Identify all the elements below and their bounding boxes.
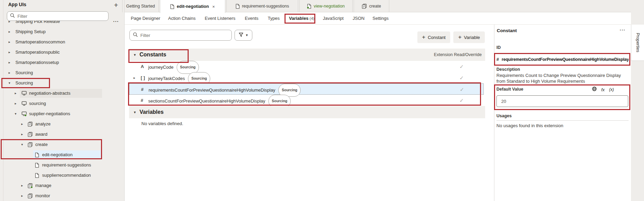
tab-action-chains[interactable]: Action Chains: [168, 12, 195, 25]
tree-item-supplier-negotiations[interactable]: ▾supplier-negotiations: [0, 109, 125, 119]
variables-filter-input[interactable]: [140, 33, 228, 38]
search-icon: [133, 32, 138, 39]
add-variable-button[interactable]: + Variable: [453, 31, 485, 43]
tree-item-Sourcing[interactable]: ▸Sourcing: [0, 68, 125, 78]
add-constant-button[interactable]: + Constant: [417, 31, 450, 43]
monitor-icon: [22, 91, 27, 97]
constant-name: journeyCodeSourcing: [148, 61, 199, 72]
chevron-right-icon[interactable]: ▸: [21, 180, 23, 191]
tree-item-negotiation-abstracts[interactable]: ▸negotiation-abstracts: [0, 88, 125, 98]
plus-icon: +: [422, 34, 426, 41]
monitor-icon: [22, 101, 27, 107]
tab-event-listeners[interactable]: Event Listeners: [205, 12, 236, 25]
chevron-right-icon[interactable]: ▸: [9, 68, 10, 78]
chevron-right-icon[interactable]: ▸: [15, 88, 16, 98]
constants-section-header[interactable]: ▾ Constants Extension Read/Override: [129, 49, 485, 61]
chevron-right-icon[interactable]: ▸: [9, 37, 10, 47]
tab-settings[interactable]: Settings: [372, 12, 389, 25]
add-app-ui-button[interactable]: +: [112, 1, 121, 10]
tab-javascript[interactable]: JavaScript: [323, 12, 344, 25]
tab-Getting Started[interactable]: Getting Started: [122, 0, 159, 12]
chevron-down-icon[interactable]: ▾: [21, 139, 23, 150]
tab-create[interactable]: create: [354, 0, 389, 12]
tree-item-label: manage: [35, 180, 51, 191]
tree-item-edit-negotiation[interactable]: edit-negotiation: [0, 150, 125, 160]
tree-item-Sourcing[interactable]: ▾Sourcing: [0, 78, 125, 88]
close-icon[interactable]: ×: [212, 4, 215, 9]
tab-label: create: [369, 4, 381, 9]
tree-item-analyze[interactable]: ▸analyze: [0, 119, 125, 129]
app-uis-title: App UIs: [8, 2, 26, 7]
tree-item-monitor[interactable]: ▸monitor: [0, 191, 125, 201]
tree-item-supplierrecommendation[interactable]: supplierrecommendation: [0, 170, 125, 180]
properties-menu-button[interactable]: ···: [620, 27, 626, 33]
fx-expression-icon[interactable]: fx: [601, 87, 605, 92]
constant-name: sectionsCountForPreviewQuestionnaireHigh…: [148, 95, 291, 106]
default-value-input[interactable]: [496, 95, 628, 107]
tree-item-award[interactable]: ▸award: [0, 129, 125, 139]
constant-row-requirementsCountForPreviewQuestionnaireHighVolumeDisplay[interactable]: #requirementsCountForPreviewQuestionnair…: [129, 83, 484, 95]
number-type-icon: #: [496, 57, 499, 62]
chevron-right-icon[interactable]: ▸: [134, 72, 135, 83]
tab-count: (4): [310, 16, 314, 21]
chevron-down-icon[interactable]: ▾: [9, 78, 10, 88]
tree-item-label: negotiation-abstracts: [29, 88, 71, 98]
tree-item-create[interactable]: ▾create: [0, 139, 125, 150]
tab-events[interactable]: Events: [245, 12, 258, 25]
tree-item-manage[interactable]: ▸manage: [0, 180, 125, 191]
variables-section-header[interactable]: ▾ Variables: [129, 106, 485, 118]
chevron-right-icon[interactable]: ▸: [21, 129, 23, 139]
editor-tab-bar: Page DesignerAction ChainsEvent Listener…: [125, 12, 644, 25]
tab-types[interactable]: Types: [268, 12, 280, 25]
constant-row-sectionsCountForPreviewQuestionnaireHighVolumeDisplay[interactable]: #sectionsCountForPreviewQuestionnaireHig…: [129, 95, 485, 106]
tab-requirement-suggestions[interactable]: requirement-suggestions: [226, 0, 298, 12]
tree-item-requirement-suggestions[interactable]: requirement-suggestions: [0, 160, 125, 170]
tree-item-label: edit-negotiation: [42, 150, 73, 160]
tab-variables[interactable]: Variables(4): [289, 12, 314, 25]
chevron-right-icon[interactable]: ▸: [9, 27, 10, 37]
tree-item-label: Smartoperationscommon: [15, 37, 65, 47]
status-green-dot: [24, 114, 27, 117]
chevron-right-icon[interactable]: ▸: [15, 98, 16, 109]
check-icon[interactable]: ✓: [459, 72, 464, 83]
tab-view-negotiation[interactable]: view-negotiation: [299, 0, 353, 12]
constant-row-journeyCode[interactable]: AjourneyCodeSourcing✓: [129, 61, 485, 72]
tree-item-Shipping Setup[interactable]: ▸Shipping Setup: [0, 27, 125, 37]
check-icon[interactable]: ✓: [459, 61, 464, 72]
sidebar-filter-input[interactable]: [17, 14, 105, 19]
tree-item-Smartoperationspublic[interactable]: ▸Smartoperationspublic: [0, 47, 125, 57]
tree-item-label: create: [35, 139, 48, 150]
constant-row-journeyTaskCodes[interactable]: ▸[ ]journeyTaskCodesSourcing✓: [129, 72, 485, 83]
tab-label: requirement-suggestions: [242, 4, 289, 9]
chevron-right-icon[interactable]: ▸: [21, 119, 23, 129]
chevron-right-icon[interactable]: ▸: [21, 191, 23, 201]
variables-filter[interactable]: [129, 30, 232, 41]
flow-icon: [362, 4, 367, 9]
default-value-label: Default Value: [496, 87, 523, 92]
tab-page-designer[interactable]: Page Designer: [131, 12, 160, 25]
filter-options-button[interactable]: ▼: [235, 30, 252, 41]
flow-icon: [28, 122, 33, 128]
plus-icon: +: [458, 34, 462, 41]
tree-item-Smartoperationssetup[interactable]: ▸Smartoperationssetup: [0, 57, 125, 68]
check-icon[interactable]: ✓: [460, 84, 464, 95]
globe-icon[interactable]: [592, 86, 597, 93]
tab-json[interactable]: JSON: [353, 12, 365, 25]
description-label: Description: [496, 67, 520, 72]
tree-item-sourcing[interactable]: ▸sourcing: [0, 98, 125, 109]
chevron-right-icon[interactable]: ▸: [9, 57, 10, 68]
tree-item-label: analyze: [35, 119, 51, 129]
sidebar-filter[interactable]: [7, 11, 109, 21]
tab-edit-negotiation[interactable]: edit-negotiation×: [160, 0, 225, 13]
tree-item-Smartoperationscommon[interactable]: ▸Smartoperationscommon: [0, 37, 125, 47]
visual-builder-window: App UIs + ··· ▸Shipping Pick Release▸Shi…: [0, 0, 644, 201]
chevron-right-icon[interactable]: ▸: [9, 47, 10, 57]
properties-panel: Constant ··· ID #requirementsCountForPre…: [494, 25, 631, 201]
properties-dock-tab[interactable]: Properties: [631, 25, 644, 61]
page-icon: [35, 152, 39, 159]
string-type-icon: A: [141, 61, 144, 72]
variable-picker-icon[interactable]: (x): [609, 87, 614, 92]
flow-icon: [28, 142, 33, 149]
check-icon[interactable]: ✓: [459, 95, 464, 106]
chevron-down-icon[interactable]: ▾: [15, 109, 16, 119]
